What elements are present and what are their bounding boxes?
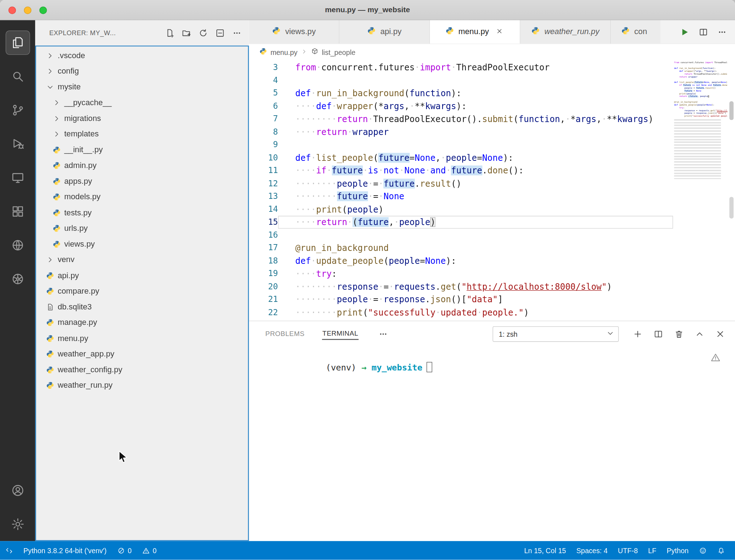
tree-item-vscode[interactable]: .vscode xyxy=(36,48,248,64)
close-window-button[interactable] xyxy=(9,6,16,14)
code-line-21[interactable]: 21········people·=·response.json()["data… xyxy=(249,293,673,306)
activity-bar-search[interactable] xyxy=(0,60,35,93)
code-line-17[interactable]: 17@run_in_background xyxy=(249,242,673,255)
status-problems-errors[interactable]: 0 xyxy=(112,541,137,560)
split-terminal-button[interactable] xyxy=(651,327,666,341)
tab-views-py[interactable]: views.py xyxy=(249,20,340,43)
tree-item-compare-py[interactable]: compare.py xyxy=(36,284,248,299)
new-folder-button[interactable] xyxy=(179,26,194,40)
code-line-12[interactable]: 12········people·=·future.result() xyxy=(249,177,673,190)
code-line-14[interactable]: 14····print(people) xyxy=(249,203,673,216)
code-line-3[interactable]: 3from·concurrent.futures·import·ThreadPo… xyxy=(249,61,673,74)
code-line-15[interactable]: 15····return·(future,·people) xyxy=(249,216,673,229)
code-line-8[interactable]: 8····return·wrapper xyxy=(249,125,673,138)
tree-item-urls-py[interactable]: urls.py xyxy=(36,221,248,237)
panel-tab-terminal[interactable]: TERMINAL xyxy=(322,321,359,347)
activity-bar-source-control[interactable] xyxy=(0,93,35,127)
more-editor-actions-button[interactable] xyxy=(715,25,730,39)
tree-item-views-py[interactable]: views.py xyxy=(36,236,248,252)
status-remote-indicator[interactable] xyxy=(0,541,18,560)
titlebar[interactable]: menu.py — my_website xyxy=(0,0,735,20)
kill-terminal-button[interactable] xyxy=(671,327,686,341)
new-terminal-button[interactable] xyxy=(630,327,645,341)
code-line-11[interactable]: 11····if·future·is·not·None·and·future.d… xyxy=(249,164,673,177)
activity-bar-remote-explorer[interactable] xyxy=(0,161,35,195)
code-area[interactable]: 3from·concurrent.futures·import·ThreadPo… xyxy=(249,60,673,321)
code-line-13[interactable]: 13········future·=·None xyxy=(249,190,673,203)
tree-item-admin-py[interactable]: admin.py xyxy=(36,158,248,174)
status-indentation[interactable]: Spaces: 4 xyxy=(571,541,613,560)
tree-item-menu-py[interactable]: menu.py xyxy=(36,331,248,346)
tree-item-tests-py[interactable]: tests.py xyxy=(36,205,248,221)
more-explorer-actions-button[interactable] xyxy=(229,26,244,40)
activity-bar-live-share[interactable] xyxy=(0,228,35,262)
status-cursor-position[interactable]: Ln 15, Col 15 xyxy=(519,541,571,560)
status-eol[interactable]: LF xyxy=(643,541,662,560)
terminal-warning-icon[interactable] xyxy=(710,352,721,365)
code-line-22[interactable]: 22········print("successfully·updated·pe… xyxy=(249,306,673,319)
tree-item-api-py[interactable]: api.py xyxy=(36,268,248,284)
tab-weather-run-py[interactable]: weather_run.py xyxy=(520,20,611,43)
activity-bar-kubernetes[interactable] xyxy=(0,262,35,296)
code-editor[interactable]: 3from·concurrent.futures·import·ThreadPo… xyxy=(249,60,735,321)
tab-menu-py[interactable]: menu.py xyxy=(430,20,520,43)
code-line-19[interactable]: 19····try: xyxy=(249,267,673,280)
activity-bar-run-and-debug[interactable] xyxy=(0,127,35,161)
close-panel-button[interactable] xyxy=(712,327,727,341)
run-python-file-button[interactable] xyxy=(677,25,692,39)
panel-more-actions-button[interactable] xyxy=(376,327,391,341)
code-line-18[interactable]: 18def·update_people(people=None): xyxy=(249,255,673,267)
activity-bar-accounts[interactable] xyxy=(0,473,35,507)
tree-item-pycache[interactable]: __pycache__ xyxy=(36,95,248,111)
tree-item-apps-py[interactable]: apps.py xyxy=(36,173,248,189)
zoom-window-button[interactable] xyxy=(39,6,47,14)
collapse-folders-button[interactable] xyxy=(212,26,228,40)
tree-item-models-py[interactable]: models.py xyxy=(36,189,248,205)
code-line-6[interactable]: 6····def·wrapper(*args,·**kwargs): xyxy=(249,100,673,113)
status-notifications[interactable] xyxy=(712,541,730,560)
minimize-window-button[interactable] xyxy=(24,6,32,14)
close-tab-icon[interactable] xyxy=(496,28,505,36)
minimap[interactable]: from concurrent.futures import ThreadPoo… xyxy=(674,60,727,179)
tree-item-mysite[interactable]: mysite xyxy=(36,79,248,95)
status-problems-warnings[interactable]: 0 xyxy=(137,541,162,560)
activity-bar-extensions[interactable] xyxy=(0,195,35,228)
tree-item-weather-app-py[interactable]: weather_app.py xyxy=(36,346,248,362)
code-line-7[interactable]: 7········return·ThreadPoolExecutor().sub… xyxy=(249,112,673,125)
code-line-4[interactable]: 4 xyxy=(249,74,673,87)
new-file-icon xyxy=(164,28,174,38)
code-line-20[interactable]: 20········response·=·requests.get("http:… xyxy=(249,280,673,293)
terminal-shell-selector[interactable]: 1: zsh xyxy=(493,326,619,341)
code-line-16[interactable]: 16 xyxy=(249,229,673,242)
panel-tab-problems[interactable]: PROBLEMS xyxy=(265,321,305,347)
refresh-explorer-button[interactable] xyxy=(196,26,211,40)
new-file-button[interactable] xyxy=(162,26,177,40)
activity-bar-explorer[interactable] xyxy=(0,26,35,60)
tree-item-migrations[interactable]: migrations xyxy=(36,111,248,126)
status-encoding[interactable]: UTF-8 xyxy=(613,541,643,560)
tree-item-templates[interactable]: templates xyxy=(36,126,248,142)
code-line-9[interactable]: 9 xyxy=(249,138,673,151)
terminal-content[interactable]: (venv) → my_website xyxy=(249,346,735,382)
tree-item-weather-run-py[interactable]: weather_run.py xyxy=(36,378,248,393)
tab-con[interactable]: con xyxy=(611,20,660,43)
status-language-mode[interactable]: Python xyxy=(661,541,694,560)
split-editor-button[interactable] xyxy=(696,25,711,39)
tree-item-db-sqlite3[interactable]: db.sqlite3 xyxy=(36,299,248,315)
tree-item-venv[interactable]: venv xyxy=(36,252,248,268)
tree-item-init-py[interactable]: __init__.py xyxy=(36,142,248,158)
scrollbar-thumb[interactable] xyxy=(729,101,734,120)
code-line-10[interactable]: 10def·list_people(future=None,·people=No… xyxy=(249,151,673,164)
breadcrumb-symbol[interactable]: list_people xyxy=(322,48,356,56)
overview-ruler[interactable] xyxy=(727,60,735,321)
breadcrumb-file[interactable]: menu.py xyxy=(271,48,298,56)
code-line-5[interactable]: 5def·run_in_background(function): xyxy=(249,87,673,100)
tree-item-config[interactable]: config xyxy=(36,64,248,79)
maximize-panel-button[interactable] xyxy=(692,327,707,341)
activity-bar-settings[interactable] xyxy=(0,507,35,541)
status-python-interpreter[interactable]: Python 3.8.2 64-bit ('venv') xyxy=(18,541,112,560)
tab-api-py[interactable]: api.py xyxy=(340,20,430,43)
status-feedback[interactable] xyxy=(694,541,712,560)
tree-item-manage-py[interactable]: manage.py xyxy=(36,315,248,331)
tree-item-weather-config-py[interactable]: weather_config.py xyxy=(36,362,248,378)
